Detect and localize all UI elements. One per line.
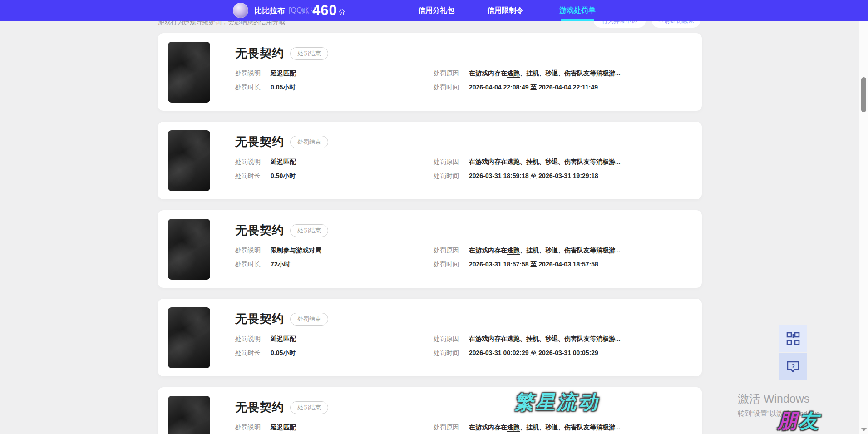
desc-label: 处罚说明 [235, 158, 261, 166]
credit-score-unit: 分 [339, 8, 345, 17]
tab-credit-restriction[interactable]: 信用限制令 [487, 0, 523, 21]
desc-value: 延迟匹配 [271, 335, 296, 343]
desc-value: 限制参与游戏对局 [271, 247, 321, 255]
reason-row: 处罚原因 在游戏内存在逃跑、挂机、秒退、伤害队友等消极游... [434, 69, 621, 78]
time-value: 2026-03-31 18:59:18 至 2026-03-31 19:29:1… [469, 172, 598, 180]
reason-label: 处罚原因 [434, 158, 459, 166]
time-label: 处罚时间 [434, 349, 459, 357]
reason-keyword-underlined[interactable]: 逃跑 [507, 69, 520, 78]
scrollbar-thumb[interactable] [861, 77, 866, 112]
game-thumbnail [168, 219, 210, 280]
reason-value: 在游戏内存在逃跑、挂机、秒退、伤害队友等消极游... [469, 69, 621, 78]
status-badge: 处罚结束 [290, 313, 328, 326]
time-value: 2026-04-04 22:08:49 至 2026-04-04 22:11:4… [469, 84, 598, 92]
reason-label: 处罚原因 [434, 69, 459, 78]
card-title-row: 无畏契约 处罚结束 [235, 134, 328, 150]
reason-label: 处罚原因 [434, 424, 459, 432]
time-label: 处罚时间 [434, 261, 459, 269]
time-value: 2026-03-31 18:57:58 至 2026-04-03 18:57:5… [469, 261, 598, 269]
duration-label: 处罚时长 [235, 84, 261, 92]
game-title: 无畏契约 [235, 311, 284, 327]
reason-keyword-underlined[interactable]: 逃跑 [507, 247, 520, 255]
tab-game-punishment[interactable]: 游戏处罚单 [559, 0, 596, 21]
reason-label: 处罚原因 [434, 247, 459, 255]
duration-value: 72小时 [271, 261, 291, 269]
time-label: 处罚时间 [434, 172, 459, 180]
reason-value: 在游戏内存在逃跑、挂机、秒退、伤害队友等消极游... [469, 158, 621, 166]
reason-keyword-underlined[interactable]: 逃跑 [507, 158, 520, 166]
reason-row: 处罚原因 在游戏内存在逃跑、挂机、秒退、伤害队友等消极游... [434, 247, 621, 255]
punishment-card-list: 无畏契约 处罚结束 处罚说明 延迟匹配 处罚时长 0.05小时 处罚原因 在游戏… [158, 33, 702, 434]
scrollbar-track[interactable] [859, 21, 868, 434]
punishment-card: 无畏契约 处罚结束 处罚说明 延迟匹配 处罚时长 0.05小时 处罚原因 在游戏… [158, 33, 702, 111]
desc-row: 处罚说明 限制参与游戏对局 [235, 247, 321, 255]
status-badge: 处罚结束 [290, 47, 328, 60]
reason-row: 处罚原因 在游戏内存在逃跑、挂机、秒退、伤害队友等消极游... [434, 158, 621, 166]
tab-credit-gift[interactable]: 信用分礼包 [418, 0, 454, 21]
duration-row: 处罚时长 0.50小时 [235, 172, 296, 180]
reason-keyword-underlined[interactable]: 逃跑 [507, 335, 520, 343]
question-bubble-icon: ? [786, 360, 800, 374]
status-badge: 处罚结束 [290, 401, 328, 414]
card-title-row: 无畏契约 处罚结束 [235, 222, 328, 238]
time-row: 处罚时间 2026-03-31 00:02:29 至 2026-03-31 00… [434, 349, 598, 357]
watermark-flow-text: 繁星流动 [514, 390, 600, 415]
duration-label: 处罚时长 [235, 349, 261, 357]
reason-label: 处罚原因 [434, 335, 459, 343]
card-title-row: 无畏契约 处罚结束 [235, 311, 328, 327]
reason-value: 在游戏内存在逃跑、挂机、秒退、伤害队友等消极游... [469, 335, 621, 343]
duration-value: 0.05小时 [271, 84, 296, 92]
game-title: 无畏契约 [235, 399, 284, 415]
windows-activation-title: 激活 Windows [738, 391, 826, 406]
duration-value: 0.05小时 [271, 349, 296, 357]
top-header-bar: 比比拉布 [QQ账号] 460 分 信用分礼包 信用限制令 游戏处罚单 [0, 0, 868, 21]
card-title-row: 无畏契约 处罚结束 [235, 399, 328, 415]
duration-value: 0.50小时 [271, 172, 296, 180]
punishment-card: 无畏契约 处罚结束 处罚说明 延迟匹配 处罚时长 处罚原因 在游戏内存在逃跑、挂… [158, 387, 702, 434]
time-label: 处罚时间 [434, 84, 459, 92]
desc-row: 处罚说明 延迟匹配 [235, 158, 296, 166]
duration-row: 处罚时长 72小时 [235, 261, 291, 269]
game-thumbnail [168, 42, 210, 103]
user-avatar[interactable] [233, 3, 248, 18]
game-thumbnail [168, 130, 210, 191]
game-thumbnail [168, 396, 210, 434]
status-badge: 处罚结束 [290, 136, 328, 148]
desc-row: 处罚说明 延迟匹配 [235, 69, 296, 78]
desc-row: 处罚说明 延迟匹配 [235, 335, 296, 343]
desc-value: 延迟匹配 [271, 424, 296, 432]
credit-score: 460 分 [312, 0, 345, 21]
game-thumbnail [168, 307, 210, 368]
active-tab-underline [561, 19, 594, 21]
time-row: 处罚时间 2026-03-31 18:57:58 至 2026-04-03 18… [434, 261, 598, 269]
desc-label: 处罚说明 [235, 424, 261, 432]
desc-label: 处罚说明 [235, 69, 261, 78]
scrollbar-down-arrow[interactable] [861, 428, 867, 431]
time-value: 2026-03-31 00:02:29 至 2026-03-31 00:05:2… [469, 349, 598, 357]
punishment-card: 无畏契约 处罚结束 处罚说明 限制参与游戏对局 处罚时长 72小时 处罚原因 在… [158, 210, 702, 288]
duration-label: 处罚时长 [235, 261, 261, 269]
punishment-card: 无畏契约 处罚结束 处罚说明 延迟匹配 处罚时长 0.05小时 处罚原因 在游戏… [158, 299, 702, 376]
help-button[interactable]: ? [779, 353, 807, 380]
game-title: 无畏契约 [235, 45, 284, 61]
username: 比比拉布 [254, 5, 285, 16]
desc-row: 处罚说明 延迟匹配 [235, 424, 296, 432]
reason-keyword-underlined[interactable]: 逃跑 [507, 424, 520, 432]
watermark-friend-text: 朋友 [777, 408, 820, 434]
duration-row: 处罚时长 0.05小时 [235, 349, 296, 357]
punishment-card: 无畏契约 处罚结束 处罚说明 延迟匹配 处罚时长 0.50小时 处罚原因 在游戏… [158, 122, 702, 199]
reason-value: 在游戏内存在逃跑、挂机、秒退、伤害队友等消极游... [469, 424, 621, 432]
desc-label: 处罚说明 [235, 335, 261, 343]
desc-value: 延迟匹配 [271, 69, 296, 78]
duration-label: 处罚时长 [235, 172, 261, 180]
reason-row: 处罚原因 在游戏内存在逃跑、挂机、秒退、伤害队友等消极游... [434, 335, 621, 343]
desc-value: 延迟匹配 [271, 158, 296, 166]
qr-code-icon [786, 332, 800, 345]
card-title-row: 无畏契约 处罚结束 [235, 45, 328, 61]
reason-row: 处罚原因 在游戏内存在逃跑、挂机、秒退、伤害队友等消极游... [434, 424, 621, 432]
reason-value: 在游戏内存在逃跑、挂机、秒退、伤害队友等消极游... [469, 247, 621, 255]
duration-row: 处罚时长 0.05小时 [235, 84, 296, 92]
qr-code-button[interactable] [779, 325, 807, 352]
user-info: 比比拉布 [QQ账号] [254, 0, 319, 21]
status-badge: 处罚结束 [290, 224, 328, 237]
